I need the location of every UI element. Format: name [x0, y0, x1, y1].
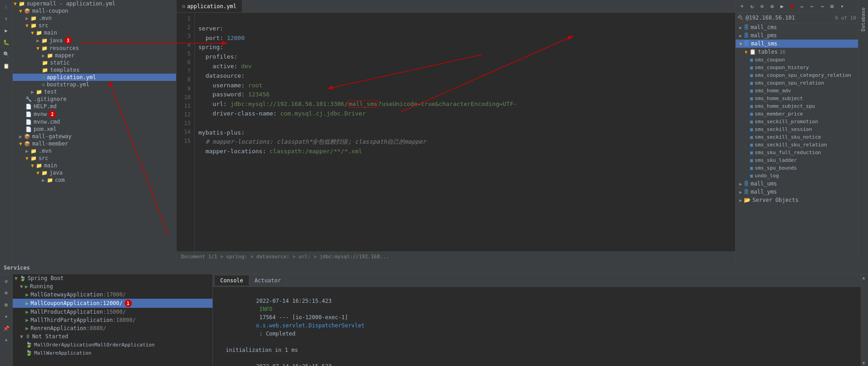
tree-item-src1[interactable]: ▼ 📁 src: [13, 22, 176, 29]
tab-actuator[interactable]: Actuator: [249, 276, 287, 286]
svc-mall-product[interactable]: ▶ MallProductApplication :15000/: [13, 308, 212, 316]
tree-item-templates1[interactable]: 📁 templates: [13, 66, 176, 74]
tree-item-mvnwcmd[interactable]: 📄 mvnw.cmd: [13, 118, 176, 125]
tree-item-application-yml[interactable]: ⚙ application.yml: [13, 74, 176, 81]
db-table-sms-coupon-spu-relation[interactable]: ▦sms_coupon_spu_relation: [736, 79, 858, 87]
code-line-11: driver-class-name: com.mysql.cj.jdbc.Dri…: [198, 109, 732, 119]
vtab-search[interactable]: 🔍: [1, 49, 11, 59]
svc-vtab-list[interactable]: ≡: [1, 288, 11, 298]
db-table-sms-spu-bounds[interactable]: ▦sms_spu_bounds: [736, 164, 858, 172]
services-body: ↺ ≡ ⊞ ▾ 📌 + ▼ 🍃 Spring Boot ▼ ▶: [0, 274, 868, 366]
db-grid-btn[interactable]: ⊞: [828, 2, 837, 11]
svc-mall-coupon[interactable]: ▶ MallCouponApplication :12000/ 1: [13, 299, 212, 308]
svc-mall-order[interactable]: 🍃 MallOrderApplicationMallOrderApplicati…: [13, 341, 212, 349]
db-table-sms-coupon-spu-category[interactable]: ▦sms_coupon_spu_category_relation: [736, 71, 858, 79]
tree-item-mall-member[interactable]: ▼ 📦 mall-member: [13, 140, 176, 147]
console-scrollbar-area: ▲ ▼: [861, 274, 868, 366]
db-properties-btn[interactable]: ⚙: [767, 2, 777, 11]
db-table-sms-seckill-sku-relation[interactable]: ▦sms_seckill_sku_relation: [736, 141, 858, 149]
tree-item-mapper1[interactable]: ▶ 📁 mapper: [13, 52, 176, 59]
db-table-sms-sku-full-reduction[interactable]: ▦sms_sku_full_reduction: [736, 149, 858, 156]
code-line-15: mapper-locations: classpath:/mapper/**/*…: [198, 147, 732, 156]
tree-item-static1[interactable]: 📁 static: [13, 59, 176, 66]
tree-item-supermall[interactable]: ▼ 📁 supermall - application.yml: [13, 0, 176, 7]
db-table-sms-coupon-history[interactable]: ▦sms_coupon_history: [736, 64, 858, 71]
code-line-10: url: jdbc:mysql://192.168.56.101:3306/ma…: [198, 100, 732, 109]
db-add-btn[interactable]: +: [737, 2, 747, 11]
db-edit-btn[interactable]: ✏: [797, 2, 807, 11]
tree-item-main1[interactable]: ▼ 📁 main: [13, 29, 176, 36]
code-line-5: profiles:: [198, 52, 732, 62]
db-item-mall-ums[interactable]: ▶ 🗄 mall_ums: [736, 180, 858, 188]
vtab-push[interactable]: ↑: [1, 14, 11, 24]
db-table-sms-seckill-promotion[interactable]: ▦sms_seckill_promotion: [736, 118, 858, 125]
db-item-mall-cms[interactable]: ▶ 🗄 mall_cms: [736, 23, 858, 31]
db-collapse-btn[interactable]: ⊖: [757, 2, 767, 11]
tree-item-resources1[interactable]: ▼ 📁 resources: [13, 45, 176, 52]
tree-item-mvn1[interactable]: ▶ 📁 .mvn: [13, 15, 176, 22]
db-table-sms-seckill-session[interactable]: ▦sms_seckill_session: [736, 125, 858, 133]
db-item-mall-yms[interactable]: ▶ 🗄 mall_yms: [736, 188, 858, 196]
svc-vtab-grid[interactable]: ⊞: [1, 300, 11, 310]
vtab-structure[interactable]: 📋: [1, 61, 11, 71]
db-connection[interactable]: 🔌 @192.168.56.101 6 of 10: [736, 13, 858, 23]
db-table-sms-member-price[interactable]: ▦sms_member_price: [736, 110, 858, 118]
db-table-sms-seckill-sku-notice[interactable]: ▦sms_seckill_sku_notice: [736, 133, 858, 141]
db-refresh-btn[interactable]: ↻: [747, 2, 757, 11]
tree-item-pom-xml[interactable]: 📄 pom.xml: [13, 125, 176, 133]
db-table-sms-sku-ladder[interactable]: ▦sms_sku_ladder: [736, 156, 858, 164]
db-back-btn[interactable]: ←: [807, 2, 817, 11]
tree-item-bootstrap-yml[interactable]: ⚙ bootstrap.yml: [13, 81, 176, 88]
db-item-mall-pms[interactable]: ▶ 🗄 mall_pms: [736, 31, 858, 40]
scroll-down-btn[interactable]: ▼: [863, 361, 867, 365]
badge-2: 2: [49, 110, 56, 118]
tree-item-mvnw[interactable]: 📄 mvnw 2: [13, 110, 176, 118]
db-item-tables[interactable]: ▼ 📋 tables 16: [736, 48, 858, 56]
svc-not-started-group[interactable]: ▼ ⏸ Not Started: [13, 332, 212, 341]
svc-vtab-add[interactable]: +: [1, 335, 11, 345]
db-stop-btn[interactable]: ◼: [787, 2, 797, 11]
db-tree: ▶ 🗄 mall_cms ▶ 🗄 mall_pms ▼ 🗄 mall_sms: [736, 23, 858, 261]
svc-vtab-refresh[interactable]: ↺: [1, 276, 11, 286]
db-table-sms-home-adv[interactable]: ▦sms_home_adv: [736, 87, 858, 95]
vtab-commit[interactable]: ⇧: [1, 2, 11, 12]
db-table-sms-home-subject-spu[interactable]: ▦sms_home_subject_spu: [736, 102, 858, 110]
tree-item-java2[interactable]: ▼ 📁 java: [13, 169, 176, 176]
scroll-up-btn[interactable]: ▲: [863, 275, 867, 280]
tree-item-help-md[interactable]: 📄 HELP.md: [13, 103, 176, 110]
editor-tab-application-yml[interactable]: ⚙ application.yml: [177, 0, 242, 12]
db-table-sms-coupon[interactable]: ▦sms_coupon: [736, 56, 858, 64]
code-area[interactable]: server: port: 12000 spring: profiles: ac…: [195, 13, 735, 251]
tree-item-mall-coupon[interactable]: ▼ 📦 mall-coupon: [13, 7, 176, 15]
tab-console[interactable]: Console: [215, 276, 249, 286]
db-forward-btn[interactable]: →: [818, 2, 827, 11]
db-item-mall-sms[interactable]: ▼ 🗄 mall_sms: [736, 40, 858, 48]
svc-mall-gateway[interactable]: ▶ MallGatewayApplication :17000/: [13, 291, 212, 299]
tree-item-com1[interactable]: ▶ 📁 com: [13, 176, 176, 184]
db-filter-btn[interactable]: ▾: [838, 2, 847, 11]
tree-item-main2[interactable]: ▼ 📁 main: [13, 162, 176, 169]
svc-running-group[interactable]: ▼ ▶ Running: [13, 282, 212, 291]
tree-item-mall-gateway[interactable]: ▶ 📦 mall-gateway: [13, 133, 176, 140]
right-vtab-database[interactable]: Database: [858, 0, 868, 261]
code-line-13: mybatis-plus:: [198, 128, 732, 138]
tree-item-test1[interactable]: ▶ 📁 test: [13, 88, 176, 95]
db-item-server-objects[interactable]: ▶ 📂 Server Objects: [736, 196, 858, 204]
svc-mall-ware[interactable]: 🍃 MallWareApplication: [13, 349, 212, 357]
db-table-undo-log[interactable]: ▦undo_log: [736, 172, 858, 180]
tree-item-java1[interactable]: ▶ 📁 java 3: [13, 36, 176, 45]
main-container: ⇧ ↑ ▶ 🐛 🔍 📋 ▼ 📁 supermall - application.…: [0, 0, 868, 366]
tree-item-mvn2[interactable]: ▶ 📁 .mvn: [13, 147, 176, 155]
svc-vtab-pin[interactable]: 📌: [1, 323, 11, 333]
db-run-btn[interactable]: ▶: [777, 2, 787, 11]
tree-item-src2[interactable]: ▼ 📁 src: [13, 155, 176, 162]
vtab-debug[interactable]: 🐛: [1, 37, 11, 47]
svc-vtab-filter[interactable]: ▾: [1, 311, 11, 321]
vtab-run[interactable]: ▶: [1, 25, 11, 35]
db-table-sms-home-subject[interactable]: ▦sms_home_subject: [736, 95, 858, 102]
tree-item-gitignore[interactable]: 🔧 .gitignore: [13, 95, 176, 103]
svc-mall-thirdparty[interactable]: ▶ MallThirdPartyApplication :18000/: [13, 316, 212, 324]
svc-renren[interactable]: ▶ RenrenApplication :8080/: [13, 324, 212, 332]
svc-spring-boot[interactable]: ▼ 🍃 Spring Boot: [13, 274, 212, 282]
log-line-2: 2022-07-14 16:25:15.523 ERROR 17564 --- …: [217, 354, 857, 366]
